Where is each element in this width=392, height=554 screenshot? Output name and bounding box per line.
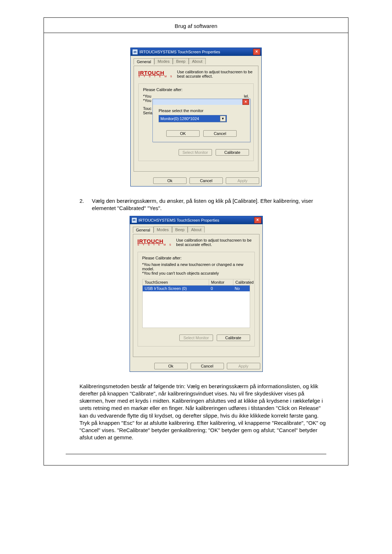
select-monitor-popup: × Please select the monitor Monitor(0):1… xyxy=(152,99,250,142)
group-button-row: Select Monitor Calibrate xyxy=(143,149,249,156)
group-title: Please Calibrate after: xyxy=(142,256,250,260)
brand-logo: IRTOUCH S Y S T E M S xyxy=(138,238,173,246)
tab-beep[interactable]: Beep xyxy=(173,58,189,64)
tab-modes[interactable]: Modes xyxy=(154,226,172,233)
close-icon[interactable]: × xyxy=(253,49,260,55)
dialog-touchscreen-properties-1: IR IRTOUCHSYSTEMS TouchScreen Properties… xyxy=(130,48,262,186)
brand-description: Use calibration to adjust touchscreen to… xyxy=(177,70,254,78)
apply-button: Apply xyxy=(226,177,259,184)
close-icon[interactable]: × xyxy=(242,99,249,105)
group-title: Please Calibrate after: xyxy=(143,87,249,92)
col-calibrated: Calibrated xyxy=(233,279,256,285)
truncated-text: Serial xyxy=(143,111,153,115)
app-icon: IR xyxy=(132,49,138,55)
cell-monitor: 0 xyxy=(209,286,233,291)
col-monitor: Monitor xyxy=(209,279,233,285)
dropdown-selected-value: Monitor(0):1280*1024 xyxy=(160,116,199,121)
ok-button[interactable]: Ok xyxy=(153,177,187,184)
popup-titlebar: × xyxy=(153,99,250,105)
cancel-button[interactable]: Cancel xyxy=(191,363,224,369)
step-text: Vælg den berøringsskærm, du ønsker, på l… xyxy=(92,197,326,212)
close-icon[interactable]: × xyxy=(254,217,261,223)
window-title: IRTOUCHSYSTEMS TouchScreen Properties xyxy=(139,50,220,54)
tabstrip: General Modes Beep About xyxy=(134,58,258,64)
chevron-down-icon[interactable]: ▼ xyxy=(220,116,226,122)
bullet-text: *You have installed a new touchscreen or… xyxy=(142,262,250,271)
ok-button[interactable]: OK xyxy=(166,130,200,137)
tab-general[interactable]: General xyxy=(134,58,154,65)
tab-panel-general: IRTOUCH S Y S T E M S Use calibration to… xyxy=(133,234,260,357)
list-header: TouchScreen Monitor Calibrated xyxy=(143,279,250,286)
instruction-step-2: 2. Vælg den berøringsskærm, du ønsker, p… xyxy=(79,197,326,212)
col-touchscreen: TouchScreen xyxy=(143,279,209,285)
cell-calibrated: No xyxy=(233,286,250,291)
titlebar: IR IRTOUCHSYSTEMS TouchScreen Properties… xyxy=(131,48,261,56)
dialog-touchscreen-properties-2: IR IRTOUCHSYSTEMS TouchScreen Properties… xyxy=(130,216,263,372)
tab-modes[interactable]: Modes xyxy=(154,58,173,64)
cell-touchscreen: USB IrTouch Screen (0) xyxy=(143,286,209,291)
titlebar: IR IRTOUCHSYSTEMS TouchScreen Properties… xyxy=(130,216,262,224)
dialog-button-row: Ok Cancel Apply xyxy=(130,360,262,372)
brand-logo: IRTOUCH S Y S T E M S xyxy=(138,70,173,78)
touchscreen-list[interactable]: TouchScreen Monitor Calibrated USB IrTou… xyxy=(142,279,250,328)
brand-description: Use calibration to adjust touchscreen to… xyxy=(176,238,254,247)
app-icon: IR xyxy=(131,217,137,223)
popup-label: Please select the monitor xyxy=(159,108,244,113)
list-empty-area xyxy=(143,291,250,328)
step-number: 2. xyxy=(79,197,85,212)
tab-about[interactable]: About xyxy=(189,58,206,64)
calibrate-group: Please Calibrate after: *You have instal… xyxy=(138,252,255,346)
truncated-text: *You xyxy=(143,94,151,98)
apply-button: Apply xyxy=(227,363,260,369)
tab-about[interactable]: About xyxy=(188,226,205,233)
truncated-text: Touc xyxy=(143,106,153,111)
bullet-text: *You find you can't touch objects accura… xyxy=(142,271,250,275)
window-title: IRTOUCHSYSTEMS TouchScreen Properties xyxy=(139,218,220,222)
truncated-text: lel. xyxy=(244,94,249,98)
cancel-button[interactable]: Cancel xyxy=(189,177,223,184)
select-monitor-button: Select Monitor xyxy=(179,149,212,156)
cancel-button[interactable]: Cancel xyxy=(203,130,237,137)
tabstrip: General Modes Beep About xyxy=(133,226,260,233)
list-row[interactable]: USB IrTouch Screen (0) 0 No xyxy=(143,286,250,291)
ok-button[interactable]: Ok xyxy=(154,363,188,369)
group-button-row: Select Monitor Calibrate xyxy=(142,335,250,341)
calibration-paragraph: Kalibreringsmetoden består af følgende t… xyxy=(79,383,326,442)
calibrate-button[interactable]: Calibrate xyxy=(216,149,249,156)
dialog-button-row: Ok Cancel Apply xyxy=(131,175,261,186)
tab-general[interactable]: General xyxy=(133,227,154,233)
monitor-dropdown[interactable]: Monitor(0):1280*1024 ▼ xyxy=(159,115,227,122)
page-header: Brug af softwaren xyxy=(44,18,348,33)
select-monitor-button: Select Monitor xyxy=(179,335,213,341)
separator-line xyxy=(66,454,326,454)
tab-beep[interactable]: Beep xyxy=(172,226,188,233)
calibrate-button[interactable]: Calibrate xyxy=(217,335,250,341)
